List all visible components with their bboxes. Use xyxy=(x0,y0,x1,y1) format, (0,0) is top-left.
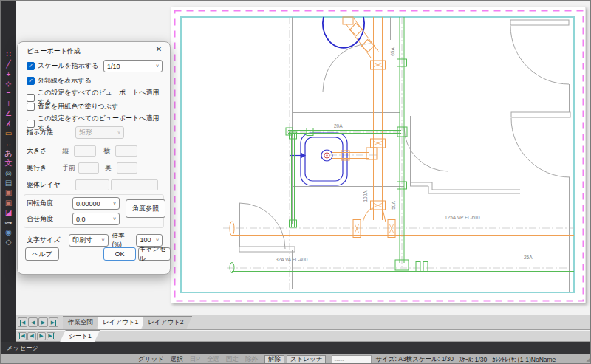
viewport-create-dialog: ビューポート作成 ✕ ✓ スケールを指示する 1/10 ˅ ✓ 外郭線を表示する… xyxy=(17,41,171,275)
grid-toggle[interactable]: グリッド xyxy=(138,355,164,364)
depth-row: 奥行き 手前 奥 xyxy=(27,162,163,174)
sheet-tab-bar: ◀ ◀ ▶ ▶ シート1 xyxy=(16,330,591,342)
cancel-button[interactable]: キャンセル xyxy=(138,247,171,261)
paste-icon[interactable]: ▣ xyxy=(2,198,15,207)
magnification-label: 倍率(%) xyxy=(112,232,134,248)
text-kana-icon[interactable]: あ xyxy=(2,148,15,158)
zoom-text-icon[interactable]: ◎ xyxy=(2,168,15,178)
dialog-title: ビューポート作成 xyxy=(27,47,81,56)
nav-next-icon: ▶ xyxy=(41,320,45,326)
close-icon[interactable]: ✕ xyxy=(154,45,164,55)
eraser-icon[interactable]: ◪ xyxy=(2,207,15,217)
help-button[interactable]: ヘルプ xyxy=(25,247,59,261)
outline-checkbox[interactable]: ✓ xyxy=(27,77,35,85)
ruler-icon[interactable]: ▭ xyxy=(2,128,15,138)
select-toggle[interactable]: 選択 xyxy=(171,355,183,364)
frame-layer-row: 躯体レイヤ xyxy=(27,179,163,190)
sink-outline xyxy=(301,133,347,185)
draft-dots-icon[interactable]: ∷ xyxy=(2,49,15,59)
check-icon: ✓ xyxy=(28,63,33,69)
frame-layer-input-2[interactable] xyxy=(111,179,158,190)
text-size-value: 印刷寸 xyxy=(72,236,92,245)
print-icon[interactable]: ▤ xyxy=(2,178,15,188)
point-tool-icon[interactable]: ⊹ xyxy=(2,79,15,89)
outline-row: ✓ 外郭線を表示する xyxy=(27,76,163,86)
scale-checkbox-label: スケールを指示する xyxy=(38,61,98,71)
text-size-select[interactable]: 印刷寸 ˅ xyxy=(69,234,108,247)
tab-layout2[interactable]: レイアウト2 xyxy=(143,316,192,329)
render-sphere-icon[interactable]: ◉ xyxy=(2,227,15,237)
status-bar: グリッド 選択 日P 全選 固定 除外 解除 ストレッチ ----- サイズ: … xyxy=(1,354,591,364)
chevron-down-icon: ˅ xyxy=(117,130,120,135)
measure-link-icon[interactable]: ⊶ xyxy=(2,218,15,227)
current-layer-field: ｶﾚﾝﾄﾚｲﾔ: (1-1)NoName xyxy=(492,356,556,363)
message-bar: メッセージ xyxy=(1,342,591,354)
nav-first-icon: ◀ xyxy=(20,320,25,326)
tab-layout1[interactable]: レイアウト1 xyxy=(98,316,147,329)
nav-last-icon: ▶ xyxy=(48,333,53,339)
depth-back-input[interactable] xyxy=(117,162,137,174)
size-v-input[interactable] xyxy=(74,145,96,157)
depth-front-input[interactable] xyxy=(78,162,99,174)
text-edit-icon[interactable]: 文 xyxy=(2,158,15,168)
rotation-value: 0.00000 xyxy=(76,200,100,207)
release-button[interactable]: 解除 xyxy=(264,355,284,364)
align-select[interactable]: 0.0 ˅ xyxy=(72,213,120,225)
first-sheet-icon[interactable]: ◀ xyxy=(18,332,27,340)
angle-ref-icon[interactable]: ∡ xyxy=(2,119,15,128)
scale-checkbox[interactable]: ✓ xyxy=(27,62,35,70)
layout-paper[interactable]: 20A 65A 50A 100A 125A VP FL-600 32A VA F… xyxy=(171,7,586,303)
view-scale-field: ｽｹｰﾙ: 1/30 xyxy=(459,356,487,363)
first-tab-icon[interactable]: ◀ xyxy=(18,317,27,327)
angle-ref-button[interactable]: 角度参照 xyxy=(126,199,165,218)
size-h-input[interactable] xyxy=(115,145,137,157)
snap-toggle[interactable]: 日P xyxy=(190,355,200,364)
paper-size-field: サイズ: A3横 xyxy=(375,355,412,364)
check-icon: ✓ xyxy=(28,78,33,84)
pipe-label-100a: 100A xyxy=(363,190,368,202)
rotation-select[interactable]: 0.00000 ˅ xyxy=(72,197,120,210)
align-label: 合せ角度 xyxy=(27,214,72,224)
outline-checkbox-label: 外郭線を表示する xyxy=(38,76,92,86)
frame-layer-input-1[interactable] xyxy=(75,179,109,190)
frame-layer-label: 躯体レイヤ xyxy=(27,180,75,190)
prev-tab-icon[interactable]: ◀ xyxy=(28,317,38,327)
align-value: 0.0 xyxy=(76,216,86,223)
pipe-label-25a: 25A xyxy=(524,255,533,260)
iso-view-icon[interactable]: ◇ xyxy=(2,237,15,247)
last-sheet-icon[interactable]: ▶ xyxy=(47,332,55,340)
background-checkbox-label: 背景を用紙色で塗りつぶす xyxy=(38,102,118,111)
angle-tool-icon[interactable]: ∠ xyxy=(2,109,15,118)
fixed-toggle[interactable]: 固定 xyxy=(226,355,239,364)
line-tool-icon[interactable]: ╱ xyxy=(2,59,15,69)
parallel-line-icon[interactable]: = xyxy=(2,89,15,99)
drawing-toolbar: ∷ ╱ + ⊹ = ⊥ ∠ ∡ ▭ ↔ あ 文 ◎ ▤ ▣ ▣ ◪ ⊶ ◉ ◇ xyxy=(1,1,16,342)
command-input[interactable]: ----- xyxy=(332,355,372,364)
select-all-toggle[interactable]: 全選 xyxy=(207,355,219,364)
perpendicular-tool-icon[interactable]: ⊥ xyxy=(2,99,15,109)
dimension-icon[interactable]: ↔ xyxy=(2,139,15,148)
viewport-outline[interactable] xyxy=(181,17,574,292)
text-size-label: 文字サイズ xyxy=(27,236,69,245)
size-label: 大きさ xyxy=(27,146,62,156)
ok-button[interactable]: OK xyxy=(103,247,136,261)
depth-label: 奥行き xyxy=(27,163,62,173)
chevron-down-icon: ˅ xyxy=(113,201,116,206)
background-checkbox[interactable]: ✓ xyxy=(27,103,35,111)
stretch-button[interactable]: ストレッチ xyxy=(287,355,327,364)
tab-sheet1[interactable]: シート1 xyxy=(60,330,100,343)
apply-all-checkbox-1[interactable]: ✓ xyxy=(27,94,35,102)
copy-icon[interactable]: ▣ xyxy=(2,188,15,197)
next-sheet-icon[interactable]: ▶ xyxy=(37,332,46,340)
scale-select[interactable]: 1/10 ˅ xyxy=(103,60,163,72)
resize-grip-icon[interactable]: ◢ xyxy=(587,357,590,363)
prev-sheet-icon[interactable]: ◀ xyxy=(27,332,36,340)
crosshair-tool-icon[interactable]: + xyxy=(2,69,15,79)
next-tab-icon[interactable]: ▶ xyxy=(38,317,48,327)
last-tab-icon[interactable]: ▶ xyxy=(49,317,58,327)
tab-workspace[interactable]: 作業空間 xyxy=(63,316,102,329)
method-select[interactable]: 矩形 ˅ xyxy=(75,126,124,139)
fixtures-layer xyxy=(290,17,364,185)
exclude-toggle[interactable]: 除外 xyxy=(245,355,258,364)
size-h-label: 横 xyxy=(103,146,115,156)
